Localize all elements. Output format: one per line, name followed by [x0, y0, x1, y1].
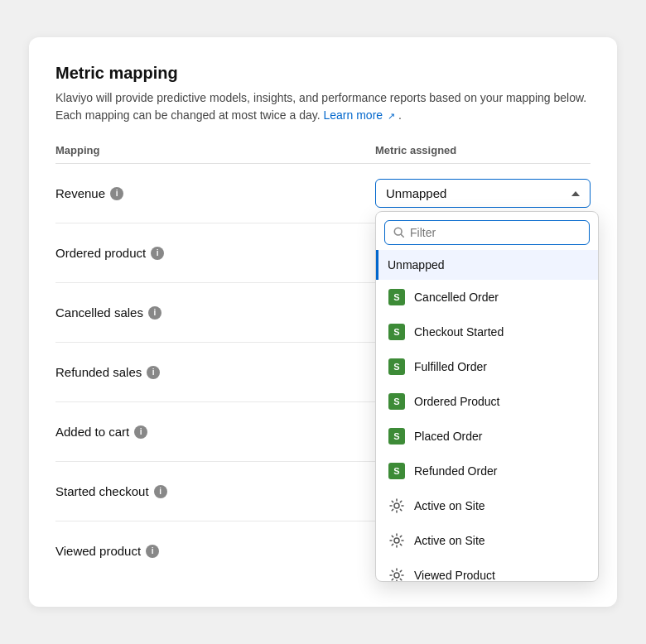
card-title: Metric mapping: [55, 64, 591, 83]
dropdown-item-ordered-product[interactable]: S Ordered Product: [376, 384, 598, 419]
item-label: Checkout Started: [414, 325, 504, 339]
filter-input[interactable]: [410, 226, 581, 239]
item-label: Fulfilled Order: [414, 360, 487, 373]
item-label: Refunded Order: [414, 464, 497, 478]
col-mapping-header: Mapping: [55, 144, 375, 156]
chevron-up-icon: [571, 191, 580, 196]
info-icon-cancelled-sales[interactable]: i: [148, 306, 162, 320]
svg-point-14: [394, 503, 399, 508]
row-label-viewed-product: Viewed product i: [55, 544, 375, 558]
dropdown-item-active-on-site-2[interactable]: Active on Site: [376, 523, 598, 558]
dropdown-item-placed-order[interactable]: S Placed Order: [376, 419, 598, 454]
dropdown-item-checkout-started[interactable]: S Checkout Started: [376, 315, 598, 349]
shopify-icon-fulfilled-order: S: [388, 358, 406, 376]
shopify-icon-cancelled-order: S: [388, 288, 406, 306]
item-label: Placed Order: [414, 430, 482, 443]
dropdown-item-unmapped[interactable]: Unmapped: [376, 250, 598, 280]
info-icon-revenue[interactable]: i: [110, 187, 123, 200]
svg-point-15: [394, 538, 399, 543]
info-icon-ordered-product[interactable]: i: [151, 247, 164, 260]
svg-text:S: S: [393, 327, 399, 337]
info-icon-viewed-product[interactable]: i: [146, 545, 159, 558]
shopify-svg: S: [388, 358, 405, 375]
search-wrapper: [384, 220, 590, 245]
card-description: Klaviyo will provide predictive models, …: [55, 89, 591, 124]
external-link-icon: ↗: [388, 111, 395, 121]
item-label: Active on Site: [414, 534, 485, 547]
shopify-icon-checkout-started: S: [388, 323, 406, 341]
row-label-refunded-sales: Refunded sales i: [55, 365, 375, 379]
select-revenue-value: Unmapped: [386, 186, 446, 200]
select-revenue[interactable]: Unmapped: [375, 179, 591, 208]
item-label: Active on Site: [414, 499, 485, 512]
gear-svg: [388, 497, 405, 514]
dropdown-item-fulfilled-order[interactable]: S Fulfilled Order: [376, 349, 598, 384]
svg-text:S: S: [393, 362, 399, 372]
table-header: Mapping Metric assigned: [55, 144, 591, 164]
shopify-svg: S: [388, 463, 405, 479]
learn-more-link[interactable]: Learn more ↗: [324, 108, 398, 122]
metric-mapping-card: Metric mapping Klaviyo will provide pred…: [29, 37, 617, 607]
shopify-svg: S: [388, 324, 405, 340]
table-row: Revenue i Unmapped: [55, 164, 591, 223]
info-icon-refunded-sales[interactable]: i: [147, 366, 160, 379]
item-label: Unmapped: [388, 258, 445, 272]
shopify-icon-ordered-product: S: [388, 392, 406, 411]
svg-text:S: S: [393, 292, 399, 302]
svg-line-1: [401, 234, 403, 237]
row-label-started-checkout: Started checkout i: [55, 484, 375, 498]
info-icon-added-to-cart[interactable]: i: [134, 425, 147, 439]
revenue-dropdown: Unmapped S Cancelled Order: [375, 211, 599, 582]
svg-point-16: [394, 573, 399, 578]
info-icon-started-checkout[interactable]: i: [154, 485, 167, 498]
search-icon: [393, 227, 405, 238]
svg-text:S: S: [393, 431, 399, 441]
shopify-svg: S: [388, 393, 405, 410]
col-metric-header: Metric assigned: [375, 144, 591, 156]
row-metric-revenue: Unmapped Unmapped: [375, 179, 591, 208]
shopify-icon-refunded-order: S: [388, 462, 406, 480]
row-label-revenue: Revenue i: [55, 186, 375, 200]
gear-icon-active-site-2: [388, 531, 406, 550]
gear-icon-viewed-product: [388, 566, 406, 581]
shopify-svg: S: [388, 289, 405, 305]
gear-svg: [388, 532, 405, 549]
row-label-cancelled-sales: Cancelled sales i: [55, 305, 375, 320]
row-label-added-to-cart: Added to cart i: [55, 425, 375, 439]
shopify-icon-placed-order: S: [388, 427, 406, 445]
gear-icon-active-site-1: [388, 497, 406, 515]
svg-text:S: S: [393, 396, 399, 406]
item-label: Cancelled Order: [414, 291, 499, 304]
shopify-svg: S: [388, 428, 405, 445]
row-label-ordered-product: Ordered product i: [55, 246, 375, 260]
dropdown-list: Unmapped S Cancelled Order: [376, 250, 598, 581]
dropdown-item-cancelled-order[interactable]: S Cancelled Order: [376, 280, 598, 315]
dropdown-item-viewed-product[interactable]: Viewed Product: [376, 558, 598, 581]
gear-svg: [388, 567, 405, 581]
dropdown-item-refunded-order[interactable]: S Refunded Order: [376, 454, 598, 488]
item-label: Ordered Product: [414, 395, 500, 408]
svg-text:S: S: [393, 466, 399, 476]
dropdown-item-active-on-site-1[interactable]: Active on Site: [376, 488, 598, 523]
dropdown-search-area: [376, 212, 598, 250]
item-label: Viewed Product: [414, 569, 495, 581]
